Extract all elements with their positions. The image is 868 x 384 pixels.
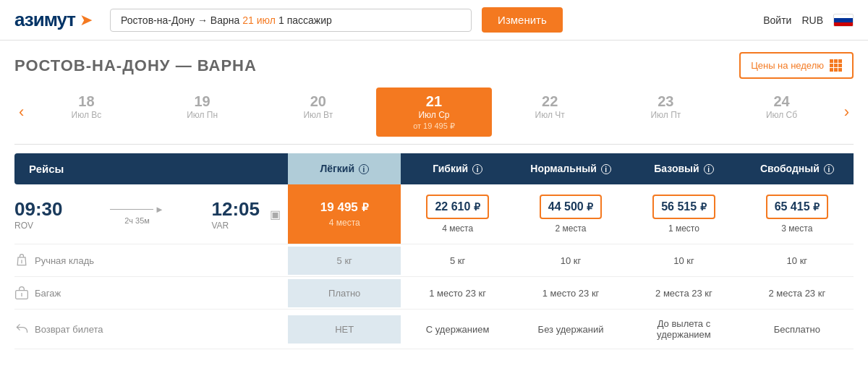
date-selector: ‹ 18 Июл Вс 19 Июл Пн 20 Июл Вт 21 Июл С… bbox=[0, 88, 868, 137]
currency-selector[interactable]: RUB bbox=[801, 14, 823, 26]
feature-cell-0-3: 10 кг bbox=[627, 247, 740, 275]
feature-label-2: Возврат билета bbox=[14, 313, 288, 345]
price-cell-4[interactable]: 65 415 ₽3 места bbox=[741, 184, 854, 244]
feature-cell-2-3: До вылета с удержанием bbox=[627, 310, 740, 349]
flight-duration: 2ч 35м bbox=[124, 216, 150, 225]
feature-row-1: БагажПлатно1 место 23 кг1 место 23 кг2 м… bbox=[14, 277, 854, 310]
date-item-5[interactable]: 23 Июл Пт bbox=[608, 88, 723, 137]
search-display[interactable]: Ростов-на-Дону → Варна 21 июл 1 пассажир bbox=[110, 9, 472, 32]
tariff-header-3[interactable]: Базовый i bbox=[627, 153, 740, 184]
feature-cell-2-4: Бесплатно bbox=[741, 315, 854, 344]
feature-cell-0-2: 10 кг bbox=[514, 247, 627, 275]
price-cell-0[interactable]: 19 495 ₽4 места bbox=[288, 184, 401, 244]
feature-cell-1-2: 1 место 23 кг bbox=[514, 279, 627, 307]
feature-cell-0-1: 5 кг bbox=[401, 247, 514, 275]
grid-icon bbox=[830, 59, 842, 72]
date-item-3[interactable]: 21 Июл Ср от 19 495 ₽ bbox=[376, 88, 492, 137]
date-item-6[interactable]: 24 Июл Сб bbox=[723, 88, 839, 137]
bag-icon bbox=[14, 253, 29, 268]
feature-cell-0-0: 5 кг bbox=[288, 247, 401, 275]
flights-column-header: Рейсы bbox=[14, 153, 288, 184]
date-item-2[interactable]: 20 Июл Вт bbox=[260, 88, 376, 137]
arrow-icon: ► bbox=[155, 204, 164, 215]
feature-cell-1-0: Платно bbox=[288, 279, 401, 307]
price-cell-3[interactable]: 56 515 ₽1 место bbox=[627, 184, 740, 244]
week-price-button[interactable]: Цены на неделю bbox=[739, 52, 854, 79]
feature-cell-2-2: Без удержаний bbox=[514, 315, 627, 344]
change-button[interactable]: Изменить bbox=[482, 7, 563, 33]
feature-label-0: Ручная кладь bbox=[14, 244, 288, 276]
message-icon[interactable]: ▣ bbox=[270, 208, 281, 221]
search-date: 21 июл bbox=[242, 14, 276, 26]
arrive-time: 12:05 bbox=[212, 198, 260, 221]
logo: азимут ➤ bbox=[14, 9, 93, 31]
flight-info: 09:30 ROV ► 2ч 35м 12:05 VAR ▣ bbox=[14, 184, 288, 244]
flight-row: 09:30 ROV ► 2ч 35м 12:05 VAR ▣ 19 495 ₽4… bbox=[14, 184, 854, 244]
tariff-header-0[interactable]: Лёгкий i bbox=[288, 153, 401, 184]
date-item-4[interactable]: 22 Июл Чт bbox=[492, 88, 608, 137]
depart-time: 09:30 bbox=[14, 198, 63, 221]
feature-cell-1-1: 1 место 23 кг bbox=[401, 279, 514, 307]
depart-code: ROV bbox=[14, 221, 33, 231]
date-item-0[interactable]: 18 Июл Вс bbox=[28, 88, 144, 137]
price-cell-2[interactable]: 44 500 ₽2 места bbox=[514, 184, 627, 244]
price-cell-1[interactable]: 22 610 ₽4 места bbox=[401, 184, 514, 244]
feature-label-1: Багаж bbox=[14, 277, 288, 309]
tariff-header-2[interactable]: Нормальный i bbox=[514, 153, 627, 184]
feature-cell-2-0: НЕТ bbox=[288, 315, 401, 344]
feature-cell-1-3: 2 места 23 кг bbox=[627, 279, 740, 307]
search-route: Ростов-на-Дону → Варна bbox=[121, 14, 239, 26]
header-right: Войти RUB bbox=[763, 14, 854, 27]
login-button[interactable]: Войти bbox=[763, 14, 791, 26]
week-price-label: Цены на неделю bbox=[751, 60, 824, 71]
logo-text: азимут bbox=[14, 9, 75, 31]
date-item-1[interactable]: 19 Июл Пн bbox=[145, 88, 260, 137]
logo-arrow-icon: ➤ bbox=[80, 11, 93, 30]
search-passengers: 1 пассажир bbox=[278, 14, 332, 26]
date-prev-icon[interactable]: ‹ bbox=[14, 103, 28, 121]
route-title: РОСТОВ-НА-ДОНУ — ВАРНА bbox=[14, 56, 257, 75]
feature-cell-2-1: С удержанием bbox=[401, 315, 514, 344]
feature-cell-1-4: 2 места 23 кг bbox=[741, 279, 854, 307]
column-headers: Рейсы Лёгкий iГибкий iНормальный iБазовы… bbox=[14, 153, 854, 184]
arrive-code: VAR bbox=[212, 221, 229, 231]
flights-area: 09:30 ROV ► 2ч 35м 12:05 VAR ▣ 19 495 ₽4… bbox=[14, 184, 854, 349]
feature-row-2: Возврат билетаНЕТС удержаниемБез удержан… bbox=[14, 310, 854, 349]
divider bbox=[14, 144, 854, 145]
return-icon bbox=[14, 322, 29, 336]
flag-icon bbox=[833, 14, 854, 27]
suitcase-icon bbox=[14, 286, 29, 300]
tariff-header-1[interactable]: Гибкий i bbox=[401, 153, 514, 184]
tariff-header-4[interactable]: Свободный i bbox=[741, 153, 854, 184]
feature-cell-0-4: 10 кг bbox=[741, 247, 854, 275]
feature-row-0: Ручная кладь5 кг5 кг10 кг10 кг10 кг bbox=[14, 244, 854, 277]
header: азимут ➤ Ростов-на-Дону → Варна 21 июл 1… bbox=[0, 0, 868, 40]
date-next-icon[interactable]: › bbox=[840, 103, 854, 121]
